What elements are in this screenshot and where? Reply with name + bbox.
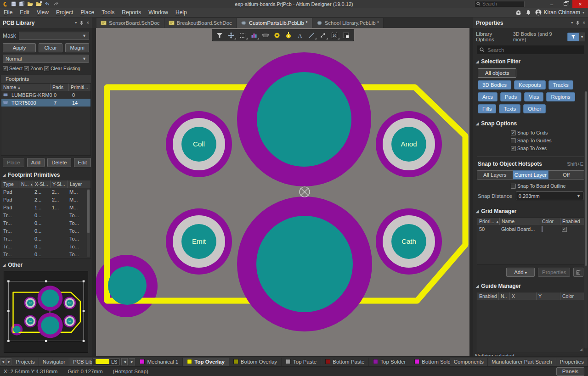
select-rect-tool-icon[interactable] [237, 30, 248, 40]
primitive-row[interactable]: Tr...0...To... [1, 211, 90, 219]
pad-label[interactable]: Coll [193, 140, 205, 148]
bottom-tab-projects[interactable]: Projects [12, 358, 39, 366]
grid-enabled-checkbox[interactable]: ✓ [562, 227, 567, 232]
big-pad-inner[interactable] [256, 216, 353, 312]
hotspot-option-off[interactable]: Off [548, 170, 584, 180]
bottom-tab-navigator[interactable]: Navigator [39, 358, 69, 366]
filter-3d-bodies[interactable]: 3D Bodies [478, 80, 511, 90]
filter-tool-icon[interactable] [215, 30, 225, 40]
panel-menu-icon[interactable]: ▾ [571, 21, 573, 25]
filter-pads[interactable]: Pads [500, 92, 521, 101]
menu-place[interactable]: Place [77, 8, 98, 17]
corner-pad-inner[interactable] [108, 266, 147, 305]
document-tab-0[interactable]: SensorBoard.SchDoc [96, 18, 164, 28]
hotspot-option-all-layers[interactable]: All Layers [477, 170, 513, 180]
room-tool-icon[interactable] [341, 30, 351, 40]
guide-table-header[interactable]: Enabled N.. X Y Color [477, 292, 584, 300]
menu-project[interactable]: Project [52, 8, 77, 17]
check-zoom[interactable]: ✓Zoom [24, 66, 43, 71]
menu-tools[interactable]: Tools [98, 8, 118, 17]
filter-tracks[interactable]: Tracks [548, 80, 573, 90]
menu-help[interactable]: Help [172, 8, 191, 17]
check-select[interactable]: ✓Select [3, 66, 23, 71]
layer-tab-bottom-solder[interactable]: Bottom Solder [410, 358, 450, 366]
scroll-right-icon[interactable]: ▶ [6, 358, 11, 365]
undo-icon[interactable] [45, 1, 51, 7]
pad-label[interactable]: Cath [401, 237, 416, 245]
primitive-row[interactable]: Pad2...2...M... [1, 188, 90, 196]
properties-search-input[interactable] [487, 47, 570, 53]
bottom-tab-pcb-library[interactable]: PCB Library [69, 358, 92, 366]
footprint-row-lumberg-krm08[interactable]: LUMBERG-KRM0800 [1, 91, 90, 99]
close-button[interactable]: × [572, 0, 588, 8]
restore-button[interactable] [559, 0, 572, 8]
check-snap-to-board-outline[interactable]: Snap To Board Outline [511, 183, 588, 189]
filter-arcs[interactable]: Arcs [478, 92, 498, 101]
properties-search[interactable] [477, 45, 584, 54]
dimension-tool-icon[interactable] [318, 30, 328, 40]
snap-options-section[interactable]: ◢ Snap Options [473, 117, 588, 129]
document-tab-1[interactable]: BreakoutBoard.SchDoc [164, 18, 237, 28]
layer-tab-top-solder[interactable]: Top Solder [369, 358, 410, 366]
apply-button[interactable]: Apply [3, 43, 36, 52]
via-tool-icon[interactable] [283, 30, 294, 40]
guide-manager-section[interactable]: ◢ Guide Manager [473, 280, 588, 291]
clear-button[interactable]: Clear [39, 43, 62, 52]
selection-filter-section[interactable]: ◢ Selection Filter [473, 55, 588, 67]
other-section[interactable]: ◢ Other [0, 258, 92, 270]
filter-fills[interactable]: Fills [478, 104, 496, 113]
big-pad-inner[interactable] [257, 72, 351, 167]
hotspot-option-current-layer[interactable]: Current Layer [513, 170, 549, 180]
primitive-row[interactable]: Tr...0...To... [1, 227, 90, 235]
save-icon[interactable] [11, 1, 17, 7]
bottom-tab-properties[interactable]: Properties [556, 358, 588, 366]
delete-button[interactable]: Delete [47, 158, 71, 167]
layer-tab-top-paste[interactable]: Top Paste [282, 358, 321, 366]
document-tab-3[interactable]: School Library.PcbLib * [312, 18, 384, 28]
component-tool-icon[interactable] [260, 30, 271, 40]
properties-scrollbar[interactable] [584, 91, 588, 348]
layer-tab-mechanical-1[interactable]: Mechanical 1 [136, 358, 183, 366]
pad-tool-icon[interactable] [272, 30, 283, 40]
primitive-row[interactable]: Tr...0...To... [1, 250, 90, 258]
check-clear-existing[interactable]: ✓Clear Existing [44, 66, 80, 71]
footprint-preview[interactable]: CollAnodEmitCath [4, 271, 88, 353]
resize-grip-icon[interactable]: ◢ [580, 348, 582, 352]
mask-combobox[interactable]: ▼ [19, 32, 89, 40]
check-snap-to-axes[interactable]: ✓Snap To Axes [511, 146, 588, 151]
filter-keepouts[interactable]: Keepouts [514, 80, 546, 90]
user-menu[interactable]: Kiran Chinnam ▾ [535, 9, 584, 16]
pcb-editor-canvas[interactable]: CollAnodEmitCath A10 [96, 28, 469, 356]
place-button[interactable]: Place [3, 158, 24, 167]
save-all-icon[interactable] [19, 1, 25, 7]
snap-distance-combobox[interactable]: 0.203mm▼ [516, 191, 583, 200]
panel-close-icon[interactable]: × [582, 20, 585, 25]
grid-properties-button[interactable]: Properties [538, 268, 570, 277]
bottom-tab-components[interactable]: Components [450, 358, 488, 366]
grid-table-header[interactable]: Priori...▲ Name Color Enabled [477, 218, 584, 225]
layers-scroll-left-icon[interactable]: ◀ [121, 358, 128, 365]
primitive-row[interactable]: Tr...0...To... [1, 219, 90, 227]
grid-manager-section[interactable]: ◢ Grid Manager [473, 205, 588, 216]
layer-tab-bottom-paste[interactable]: Bottom Paste [321, 358, 369, 366]
primitives-scrollbar[interactable] [87, 189, 90, 257]
pin-icon[interactable] [79, 21, 84, 25]
footprint-row-tcrt5000[interactable]: TCRT5000714 [1, 99, 90, 107]
panel-close-icon[interactable]: × [86, 20, 89, 25]
pin-icon[interactable] [576, 21, 580, 25]
layers-scroll-right-icon[interactable]: ▶ [129, 358, 135, 365]
filter-vias[interactable]: Vias [524, 92, 543, 101]
global-search[interactable] [474, 1, 525, 7]
line-tool-icon[interactable] [306, 30, 317, 40]
magnify-button[interactable]: Magni [65, 43, 89, 52]
panels-button[interactable]: Panels [556, 367, 584, 376]
primitive-row[interactable]: Tr...0...To... [1, 235, 90, 242]
edit-button[interactable]: Edit [74, 158, 91, 167]
add-button[interactable]: Add [27, 158, 45, 167]
pad-label[interactable]: Anod [401, 140, 417, 148]
text-tool-icon[interactable]: A [295, 30, 305, 40]
object-filter-button[interactable] [567, 33, 579, 41]
footprint-primitives-section[interactable]: ◢ Footprint Primitives [0, 168, 92, 180]
primitives-table-header[interactable]: Type N...▲ X-Si... Y-Si... Layer [1, 180, 90, 188]
grid-color-swatch[interactable] [542, 226, 543, 232]
